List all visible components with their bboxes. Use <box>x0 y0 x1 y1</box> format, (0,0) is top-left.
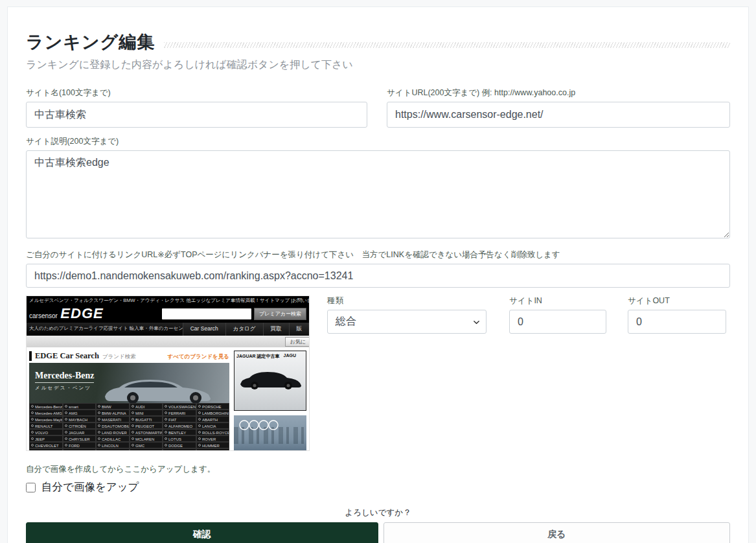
brand-item[interactable]: TOYOTA USA <box>130 448 163 451</box>
brand-item[interactable]: ROVER <box>196 435 230 442</box>
brand-logo-icon <box>65 418 67 421</box>
brand-logo-icon <box>65 424 67 427</box>
site-out-block: サイトOUT <box>628 295 726 451</box>
brand-item[interactable]: HUMMER <box>196 442 230 448</box>
brand-item[interactable]: smart <box>63 403 97 410</box>
site-url-input[interactable] <box>387 102 730 128</box>
brand-item[interactable]: Mercedes-AMG <box>29 410 63 416</box>
brand-item[interactable]: LANCIA <box>196 422 230 429</box>
brand-logo-icon <box>198 450 201 451</box>
site-in-input[interactable] <box>509 310 606 334</box>
banner-nav-item[interactable]: Car Search <box>183 323 225 336</box>
site-out-input[interactable] <box>628 310 726 334</box>
brand-item[interactable]: MASERATI <box>96 416 130 422</box>
banner-nav-item[interactable]: カタログ <box>225 323 263 336</box>
brand-item[interactable]: MINI <box>130 410 163 416</box>
favorite-button[interactable]: お気に <box>285 337 310 347</box>
brand-item[interactable]: LINCOLN <box>96 442 130 448</box>
brand-logo-icon <box>198 405 201 408</box>
brand-logo-icon <box>132 437 134 440</box>
brand-item[interactable]: MAYBACH <box>63 416 97 422</box>
brand-item[interactable]: RENAULT <box>29 422 63 429</box>
brand-item[interactable]: Mercedes-Maybach <box>29 416 63 422</box>
brand-item[interactable]: ROLLS-ROYCE <box>196 429 230 435</box>
banner-nav-item[interactable]: 販 <box>289 323 310 336</box>
brand-item[interactable]: LAMBORGHINI <box>196 410 230 416</box>
brand-logo-icon <box>132 405 134 408</box>
brand-item[interactable]: ABARTH <box>196 416 230 422</box>
brand-item[interactable]: LAND ROVER <box>96 429 130 435</box>
brand-item[interactable]: TESLA <box>29 448 63 451</box>
category-block: 種類 総合 <box>327 295 487 451</box>
link-url-input[interactable] <box>26 264 730 288</box>
brand-logo-icon <box>31 418 34 421</box>
brand-logo-icon <box>31 450 34 451</box>
brand-item[interactable]: LOTUS <box>163 435 196 442</box>
brand-item[interactable]: BRABUS <box>196 448 230 451</box>
brand-item[interactable]: JEEP <box>29 435 63 442</box>
brand-item[interactable]: CADILLAC <box>96 435 130 442</box>
brand-logo-icon <box>132 444 134 446</box>
brand-item[interactable]: AUDI <box>130 403 163 410</box>
brand-item[interactable]: INFINITI <box>163 448 196 451</box>
brand-item[interactable]: CITROËN <box>63 422 97 429</box>
brand-logo-icon <box>132 450 134 451</box>
brand-item[interactable]: ASTONMARTIN <box>130 429 163 435</box>
brand-item[interactable]: BMW-ALPINA <box>96 410 130 416</box>
see-all-brands-link[interactable]: すべてのブランドを見る <box>168 353 230 361</box>
brand-item[interactable]: CHRYSLER <box>63 435 97 442</box>
brand-logo-icon <box>98 424 100 427</box>
brand-item[interactable]: BENTLEY <box>163 429 196 435</box>
jaguar-thumb-title-cut: JAGU <box>284 353 296 360</box>
banner-tagline: 大人のためのプレミアカーライフ応援サイト 輸入車・外車のカーセンサーエッジ <box>27 323 183 336</box>
site-name-input[interactable] <box>26 102 367 128</box>
brand-logo-icon <box>165 405 167 408</box>
brand-item[interactable]: ALFAROMEO <box>163 422 196 429</box>
brand-item[interactable]: VOLKSWAGEN <box>163 403 196 410</box>
brand-item[interactable]: PORSCHE <box>196 403 230 410</box>
brand-item[interactable]: GMC <box>130 442 163 448</box>
banner-topbar-right: サイトマップ |お問い合わせ |中古車な <box>260 297 309 304</box>
brand-item[interactable]: JAGUAR <box>63 429 97 435</box>
brand-item[interactable]: MCLAREN <box>130 435 163 442</box>
brand-item[interactable]: PEUGEOT <box>130 422 163 429</box>
site-url-block: サイトURL(200文字まで) 例: http://www.yahoo.co.j… <box>387 87 730 128</box>
brand-item[interactable]: BUGATTI <box>130 416 163 422</box>
banner-section-title: EDGE Car Search <box>29 351 99 361</box>
brand-logo-icon <box>165 424 167 427</box>
brand-item[interactable]: DSAUTOMOBILES <box>96 422 130 429</box>
brand-item[interactable]: CHEVROLET <box>29 442 63 448</box>
brand-item[interactable]: BMW <box>96 403 130 410</box>
brand-logo-icon <box>98 431 100 433</box>
brand-item[interactable]: Mercedes-Benz <box>29 403 63 410</box>
brand-logo-icon <box>165 418 167 421</box>
banner-search-input[interactable] <box>162 308 251 319</box>
brand-item[interactable]: VOLVO <box>29 429 63 435</box>
jaguar-thumb-title: JAGUAR 認定中古車 <box>236 353 280 360</box>
brand-item[interactable]: FERRARI <box>163 410 196 416</box>
brand-grid: Mercedes-BenzsmartBMWAUDIVOLKSWAGENPORSC… <box>29 403 229 451</box>
brand-item[interactable]: FIAT <box>163 416 196 422</box>
site-description-textarea[interactable]: 中古車検索edge <box>26 150 730 238</box>
brand-logo-icon <box>132 411 134 414</box>
confirm-button[interactable]: 確認 <box>26 522 378 543</box>
brand-logo-icon <box>198 431 201 433</box>
banner-search-button[interactable]: プレミアカー検索 <box>254 308 306 320</box>
brand-logo-icon <box>165 431 167 433</box>
brand-item[interactable]: DODGE <box>163 442 196 448</box>
brand-item[interactable]: FORD <box>63 442 97 448</box>
category-select[interactable]: 総合 <box>327 310 487 334</box>
upload-note: 自分で画像を作成してからここからアップします。 <box>26 464 730 475</box>
mercedes-hero-image: Mercedes-Benz メルセデス・ベンツ <box>29 363 229 403</box>
jaguar-car-illustration <box>236 366 304 391</box>
banner-nav-item[interactable]: 買取 <box>263 323 289 336</box>
brand-item[interactable]: AMG <box>63 410 97 416</box>
back-button[interactable]: 戻る <box>384 522 731 543</box>
hero-brand-name: Mercedes-Benz <box>35 371 94 383</box>
banner-header: メルセデスベンツ・フォルクスワーゲン・BMW・アウディ・レクサス 他エッジなプレ… <box>27 296 309 336</box>
upload-checkbox-label[interactable]: 自分で画像をアップ <box>41 480 139 494</box>
brand-item[interactable]: LEXUS USA <box>96 448 130 451</box>
brand-item[interactable]: LEXUS <box>63 448 97 451</box>
upload-image-checkbox[interactable] <box>26 483 36 492</box>
site-in-block: サイトIN <box>509 295 606 451</box>
